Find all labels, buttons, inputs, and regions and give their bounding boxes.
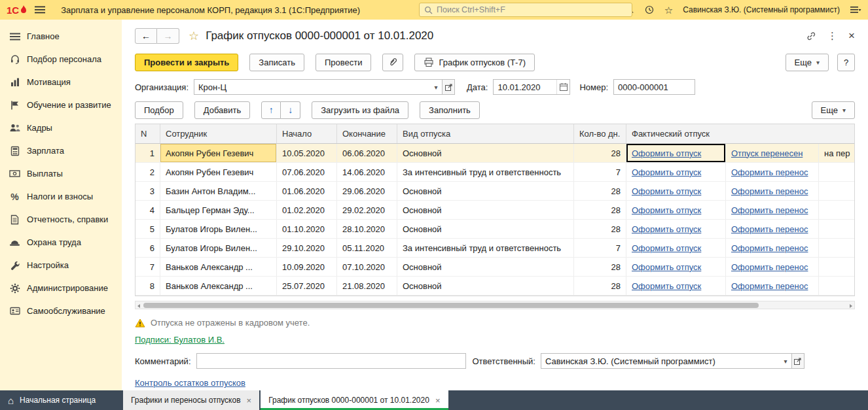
cell-end-date[interactable]: 29.06.2020 bbox=[337, 182, 397, 200]
close-icon[interactable]: × bbox=[848, 29, 855, 43]
cell-period[interactable] bbox=[819, 163, 854, 181]
cell-days[interactable]: 28 bbox=[574, 182, 626, 200]
sidebar-item-training[interactable]: Обучение и развитие bbox=[0, 94, 122, 116]
sidebar-item-motivation[interactable]: Мотивация bbox=[0, 71, 122, 94]
transfer-link[interactable]: Оформить перенос bbox=[731, 205, 808, 215]
print-t7-button[interactable]: График отпусков (Т-7) bbox=[414, 54, 535, 71]
comment-input[interactable] bbox=[196, 353, 466, 369]
cell-days[interactable]: 28 bbox=[574, 220, 626, 238]
table-row[interactable]: 2 Акопян Рубен Гезевич 07.06.2020 14.06.… bbox=[136, 163, 854, 182]
cell-row-number[interactable]: 3 bbox=[136, 182, 160, 200]
cell-employee[interactable]: Акопян Рубен Гезевич bbox=[160, 163, 277, 181]
col-header-actual[interactable]: Фактический отпуск bbox=[626, 124, 854, 143]
table-row[interactable]: 4 Бальцер Герман Эду... 01.02.2020 29.02… bbox=[136, 201, 854, 220]
make-vacation-link[interactable]: Оформить отпуск bbox=[632, 167, 701, 177]
cell-end-date[interactable]: 28.10.2020 bbox=[337, 220, 397, 238]
cell-employee[interactable]: Базин Антон Владим... bbox=[160, 182, 277, 200]
horizontal-scrollbar[interactable] bbox=[135, 301, 855, 309]
table-more-button[interactable]: Еще ▾ bbox=[812, 101, 855, 119]
cell-vacation-kind[interactable]: Основной bbox=[397, 144, 574, 162]
table-row[interactable]: 3 Базин Антон Владим... 01.06.2020 29.06… bbox=[136, 182, 854, 201]
chevron-down-icon[interactable]: ▾ bbox=[780, 354, 791, 368]
chevron-down-icon[interactable]: ▾ bbox=[430, 80, 442, 94]
table-row[interactable]: 7 Ваньков Александр ... 10.09.2020 07.10… bbox=[136, 258, 854, 277]
cell-start-date[interactable]: 29.10.2020 bbox=[277, 239, 337, 257]
cell-vacation-kind[interactable]: За интенсивный труд и ответственность bbox=[397, 239, 574, 257]
transfer-link[interactable]: Оформить перенос bbox=[731, 281, 808, 291]
cell-start-date[interactable]: 07.06.2020 bbox=[277, 163, 337, 181]
write-button[interactable]: Записать bbox=[249, 54, 304, 71]
cell-period[interactable] bbox=[819, 277, 854, 295]
cell-row-number[interactable]: 4 bbox=[136, 201, 160, 219]
cell-row-number[interactable]: 2 bbox=[136, 163, 160, 181]
scroll-right-arrow-icon[interactable] bbox=[850, 304, 852, 308]
col-header-employee[interactable]: Сотрудник bbox=[160, 124, 277, 143]
sidebar-item-self-service[interactable]: Самообслуживание bbox=[0, 299, 122, 322]
cell-start-date[interactable]: 10.05.2020 bbox=[277, 144, 337, 162]
cell-end-date[interactable]: 14.06.2020 bbox=[337, 163, 397, 181]
service-menu-button[interactable] bbox=[850, 5, 861, 14]
cell-employee[interactable]: Акопян Рубен Гезевич bbox=[160, 144, 277, 162]
cell-period[interactable] bbox=[819, 258, 854, 276]
org-open-button[interactable] bbox=[443, 79, 455, 95]
tab-close-icon[interactable]: × bbox=[247, 396, 252, 405]
cell-start-date[interactable]: 01.10.2020 bbox=[277, 220, 337, 238]
tab-vacation-schedules-list[interactable]: Графики и переносы отпусков × bbox=[123, 390, 259, 410]
search-input[interactable] bbox=[437, 5, 627, 14]
cell-vacation-kind[interactable]: Основной bbox=[397, 277, 574, 295]
scroll-left-arrow-icon[interactable] bbox=[137, 304, 140, 308]
cell-vacation-kind[interactable]: Основной bbox=[397, 201, 574, 219]
cell-days[interactable]: 28 bbox=[574, 201, 626, 219]
cell-row-number[interactable]: 1 bbox=[136, 144, 160, 162]
add-button[interactable]: Добавить bbox=[194, 101, 250, 119]
table-row[interactable]: 6 Булатов Игорь Вилен... 29.10.2020 05.1… bbox=[136, 239, 854, 258]
col-header-start[interactable]: Начало bbox=[277, 124, 337, 143]
favorite-star-icon[interactable]: ☆ bbox=[189, 29, 199, 43]
cell-employee[interactable]: Булатов Игорь Вилен... bbox=[160, 239, 277, 257]
load-from-file-button[interactable]: Загрузить из файла bbox=[312, 101, 408, 119]
toolbar-more-button[interactable]: Еще ▾ bbox=[786, 54, 829, 71]
sidebar-item-administration[interactable]: Администрирование bbox=[0, 277, 122, 299]
cell-vacation-kind[interactable]: Основной bbox=[397, 258, 574, 276]
pick-button[interactable]: Подбор bbox=[135, 101, 183, 119]
sidebar-item-settings[interactable]: Настройка bbox=[0, 254, 122, 277]
make-vacation-link[interactable]: Оформить отпуск bbox=[632, 281, 701, 291]
cell-end-date[interactable]: 06.06.2020 bbox=[337, 144, 397, 162]
cell-row-number[interactable]: 6 bbox=[136, 239, 160, 257]
forward-button[interactable]: → bbox=[157, 28, 179, 44]
scrollbar-thumb[interactable] bbox=[143, 303, 759, 308]
cell-start-date[interactable]: 25.07.2020 bbox=[277, 277, 337, 295]
back-button[interactable]: ← bbox=[135, 28, 157, 44]
sidebar-item-salary[interactable]: Зарплата bbox=[0, 139, 122, 162]
cell-days[interactable]: 28 bbox=[574, 144, 626, 162]
cell-start-date[interactable]: 01.06.2020 bbox=[277, 182, 337, 200]
cell-period[interactable] bbox=[819, 201, 854, 219]
sidebar-item-labor-safety[interactable]: Охрана труда bbox=[0, 231, 122, 254]
make-vacation-link[interactable]: Оформить отпуск bbox=[632, 205, 701, 215]
col-header-kind[interactable]: Вид отпуска bbox=[397, 124, 574, 143]
post-and-close-button[interactable]: Провести и закрыть bbox=[135, 54, 238, 71]
move-up-button[interactable]: ↑ bbox=[261, 101, 281, 119]
sidebar-item-main[interactable]: Главное bbox=[0, 25, 122, 48]
vacation-balance-control-link[interactable]: Контроль остатков отпусков bbox=[135, 378, 245, 388]
make-vacation-link[interactable]: Оформить отпуск bbox=[632, 243, 701, 253]
make-vacation-link[interactable]: Оформить отпуск bbox=[632, 262, 701, 272]
cell-start-date[interactable]: 01.02.2020 bbox=[277, 201, 337, 219]
transfer-link[interactable]: Отпуск перенесен bbox=[731, 148, 803, 158]
make-vacation-link[interactable]: Оформить отпуск bbox=[632, 148, 701, 158]
cell-days[interactable]: 28 bbox=[574, 277, 626, 295]
cell-days[interactable]: 28 bbox=[574, 258, 626, 276]
kebab-menu-icon[interactable]: ⋮ bbox=[827, 30, 837, 42]
cell-end-date[interactable]: 07.10.2020 bbox=[337, 258, 397, 276]
current-user[interactable]: Савинская З.Ю. (Системный программист) bbox=[683, 5, 840, 14]
cell-row-number[interactable]: 5 bbox=[136, 220, 160, 238]
sidebar-item-recruiting[interactable]: Подбор персонала bbox=[0, 48, 122, 71]
cell-vacation-kind[interactable]: Основной bbox=[397, 220, 574, 238]
transfer-link[interactable]: Оформить перенос bbox=[731, 186, 808, 196]
history-button[interactable] bbox=[644, 5, 655, 15]
table-row[interactable]: 8 Ваньков Александр ... 25.07.2020 21.08… bbox=[136, 277, 854, 296]
cell-end-date[interactable]: 21.08.2020 bbox=[337, 277, 397, 295]
cell-employee[interactable]: Ваньков Александр ... bbox=[160, 258, 277, 276]
transfer-link[interactable]: Оформить перенос bbox=[731, 167, 808, 177]
number-input[interactable] bbox=[613, 79, 695, 95]
